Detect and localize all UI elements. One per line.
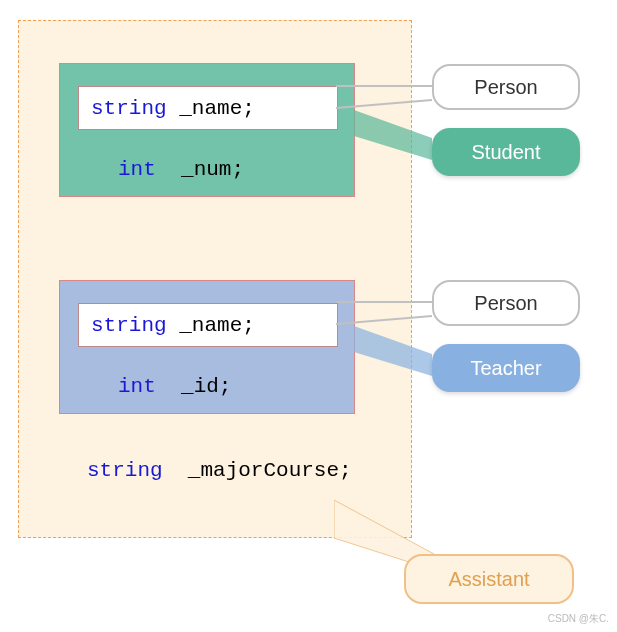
type-keyword: int [118, 375, 156, 398]
field-name: _majorCourse [188, 459, 339, 482]
punct: ; [242, 314, 255, 337]
teacher-class-box: string _name; int _id; [59, 280, 355, 414]
teacher-id-field: int _id; [118, 375, 231, 398]
punct: ; [242, 97, 255, 120]
field-name: _name [179, 314, 242, 337]
student-name-field: string _name; [78, 86, 338, 130]
type-keyword: int [118, 158, 156, 181]
punct: ; [231, 158, 244, 181]
person-label-1: Person [432, 64, 580, 110]
type-keyword: string [91, 314, 167, 337]
student-class-box: string _name; int _num; [59, 63, 355, 197]
teacher-name-field: string _name; [78, 303, 338, 347]
field-name: _num [181, 158, 231, 181]
punct: ; [339, 459, 352, 482]
person-label-2: Person [432, 280, 580, 326]
assistant-label: Assistant [404, 554, 574, 604]
punct: ; [219, 375, 232, 398]
student-label: Student [432, 128, 580, 176]
field-name: _id [181, 375, 219, 398]
watermark: CSDN @朱C. [548, 612, 609, 626]
assistant-class-box: string _name; int _num; string _name; in… [18, 20, 412, 538]
assistant-major-field: string _majorCourse; [87, 459, 352, 482]
type-keyword: string [91, 97, 167, 120]
field-name: _name [179, 97, 242, 120]
teacher-label: Teacher [432, 344, 580, 392]
type-keyword: string [87, 459, 163, 482]
student-num-field: int _num; [118, 158, 244, 181]
